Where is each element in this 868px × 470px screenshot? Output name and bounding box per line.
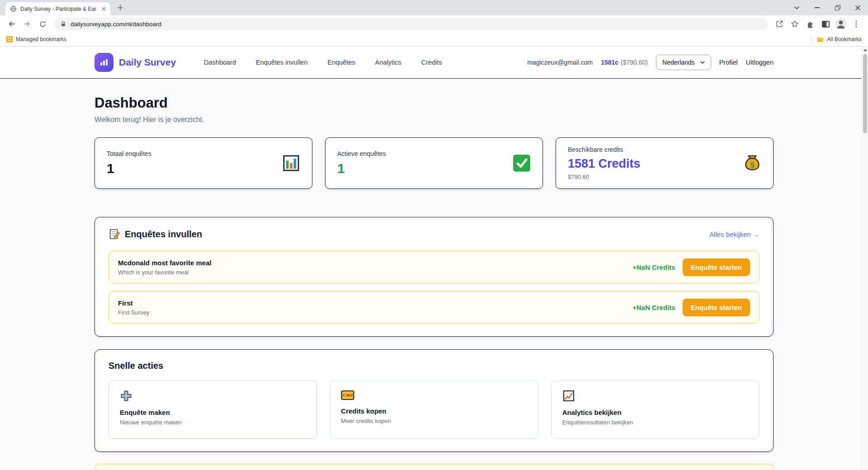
url-text[interactable]: dailysurveyapp.com/nl/dashboard [71, 21, 161, 28]
partial-info-card [94, 464, 774, 470]
user-email: magiczeux@gmail.com [527, 59, 593, 66]
chart-up-icon [562, 390, 748, 402]
quick-action-subtitle: Nieuwe enquête maken [120, 419, 306, 426]
scrollbar-track[interactable] [862, 47, 868, 470]
brand-logo[interactable]: Daily Survey [94, 53, 176, 72]
survey-row: First First Survey +NaN Credits Enquête … [108, 291, 760, 324]
stat-label: Actieve enquêtes [337, 150, 386, 157]
lock-icon[interactable] [61, 21, 66, 27]
header-credits: 1581c ($790.60) [601, 59, 648, 66]
nav-dashboard[interactable]: Dashboard [204, 59, 236, 66]
nav-analytics[interactable]: Analytics [375, 59, 401, 66]
stat-value: 1 [337, 161, 386, 176]
surveys-section-title: Enquêtes invullen [125, 229, 202, 240]
quick-actions-title: Snelle acties [108, 361, 760, 371]
quick-action-subtitle: Enquêteresultaten bekijken [562, 419, 748, 426]
money-bag-icon: $ [743, 154, 761, 172]
credit-card-icon [341, 390, 527, 401]
forward-button[interactable] [20, 17, 34, 31]
app-header: Daily Survey Dashboard Enquêtes invullen… [0, 47, 868, 79]
logout-link[interactable]: Uitloggen [746, 59, 774, 66]
back-button[interactable] [5, 17, 19, 31]
stat-value: 1 [107, 161, 151, 176]
globe-favicon-icon [10, 5, 17, 12]
quick-action-view-analytics[interactable]: Analytics bekijken Enquêteresultaten bek… [551, 380, 760, 439]
nav-credits[interactable]: Credits [421, 59, 442, 66]
address-bar[interactable]: dailysurveyapp.com/nl/dashboard [54, 18, 768, 30]
reload-button[interactable] [35, 17, 50, 31]
managed-bookmarks[interactable]: Managed bookmarks [6, 36, 66, 42]
nav-surveys[interactable]: Enquêtes [328, 59, 355, 66]
profile-link[interactable]: Profiel [719, 59, 738, 66]
window-restore-button[interactable] [827, 0, 848, 15]
chevron-down-icon [700, 61, 705, 64]
window-close-button[interactable] [848, 0, 868, 15]
stat-sub-value: $790.60 [568, 174, 641, 180]
bookmarks-separator [811, 36, 811, 43]
page-subtitle: Welkom terug! Hier is je overzicht. [94, 116, 774, 124]
all-bookmarks[interactable]: All Bookmarks [817, 36, 862, 42]
language-select[interactable]: Nederlands [656, 55, 711, 70]
survey-subtitle: First Survey [118, 309, 149, 316]
window-minimize-button[interactable] [807, 0, 827, 15]
stat-label: Totaal enquêtes [107, 150, 151, 157]
surveys-section: Enquêtes invullen Alles bekijken → Mcdon… [94, 217, 774, 337]
browser-tab-strip: Daily Survey - Participate & Earn [0, 0, 868, 15]
share-icon[interactable] [772, 17, 787, 31]
side-panel-icon[interactable] [818, 17, 833, 31]
tab-close-icon[interactable] [100, 5, 108, 13]
screen: Daily Survey - Participate & Earn [0, 0, 868, 470]
brand-name: Daily Survey [119, 57, 176, 68]
quick-action-title: Credits kopen [341, 407, 527, 415]
view-all-link[interactable]: Alles bekijken → [709, 230, 760, 238]
start-survey-button[interactable]: Enquête starten [683, 258, 750, 276]
stat-label: Beschikbare credits [568, 146, 641, 153]
plus-icon [120, 390, 306, 402]
all-bookmarks-label: All Bookmarks [827, 36, 862, 42]
tab-search-chevron-icon[interactable] [787, 0, 807, 15]
quick-actions-section: Snelle acties Enquête maken Nieuwe enquê… [94, 349, 774, 452]
quick-action-subtitle: Meer credits kopen [341, 418, 527, 424]
main-nav: Dashboard Enquêtes invullen Enquêtes Ana… [204, 59, 442, 66]
extensions-puzzle-icon[interactable] [803, 17, 817, 31]
memo-icon [108, 228, 120, 240]
stat-value: 1581 Credits [568, 157, 641, 171]
credits-usd: ($790.60) [621, 59, 648, 66]
survey-reward: +NaN Credits [632, 263, 675, 271]
stat-card-available-credits: Beschikbare credits 1581 Credits $790.60… [556, 137, 774, 189]
browser-toolbar: dailysurveyapp.com/nl/dashboard [0, 15, 868, 33]
page-body: Dashboard Welkom terug! Hier is je overz… [0, 79, 868, 470]
quick-action-title: Analytics bekijken [562, 409, 748, 416]
survey-title: Mcdonald most favorite meal [118, 259, 212, 267]
profile-avatar[interactable] [834, 17, 848, 31]
scrollbar-thumb[interactable] [863, 54, 867, 133]
tab-title: Daily Survey - Participate & Earn [20, 6, 96, 12]
quick-action-buy-credits[interactable]: Credits kopen Meer credits kopen [330, 380, 538, 439]
nav-surveys-fill[interactable]: Enquêtes invullen [256, 59, 307, 66]
browser-menu-kebab-icon[interactable] [849, 17, 863, 31]
survey-subtitle: Which is your favorite meal [118, 269, 212, 276]
bookmark-star-icon[interactable] [788, 17, 802, 31]
stat-card-total-surveys: Totaal enquêtes 1 [94, 137, 312, 189]
new-tab-button[interactable] [114, 1, 127, 14]
scrollbar-up-button[interactable] [862, 47, 868, 53]
managed-bookmarks-label: Managed bookmarks [16, 36, 66, 42]
credits-amount: 1581c [601, 59, 618, 66]
survey-reward: +NaN Credits [632, 304, 675, 311]
browser-tab[interactable]: Daily Survey - Participate & Earn [5, 2, 110, 15]
quick-action-create-survey[interactable]: Enquête maken Nieuwe enquête maken [108, 380, 317, 439]
svg-text:$: $ [750, 161, 755, 169]
managed-bookmarks-folder-icon [6, 36, 13, 42]
start-survey-button[interactable]: Enquête starten [683, 299, 750, 316]
brand-logo-icon [94, 53, 113, 72]
page-title: Dashboard [94, 95, 774, 111]
quick-action-title: Enquête maken [120, 409, 306, 416]
all-bookmarks-folder-icon [817, 37, 824, 42]
survey-title: First [118, 299, 149, 307]
language-value: Nederlands [662, 59, 695, 66]
stats-row: Totaal enquêtes 1 Actieve enquêtes 1 [94, 137, 774, 189]
survey-row: Mcdonald most favorite meal Which is you… [108, 251, 760, 283]
bar-chart-icon [282, 154, 300, 172]
stat-card-active-surveys: Actieve enquêtes 1 [325, 137, 543, 189]
check-icon [513, 154, 531, 172]
